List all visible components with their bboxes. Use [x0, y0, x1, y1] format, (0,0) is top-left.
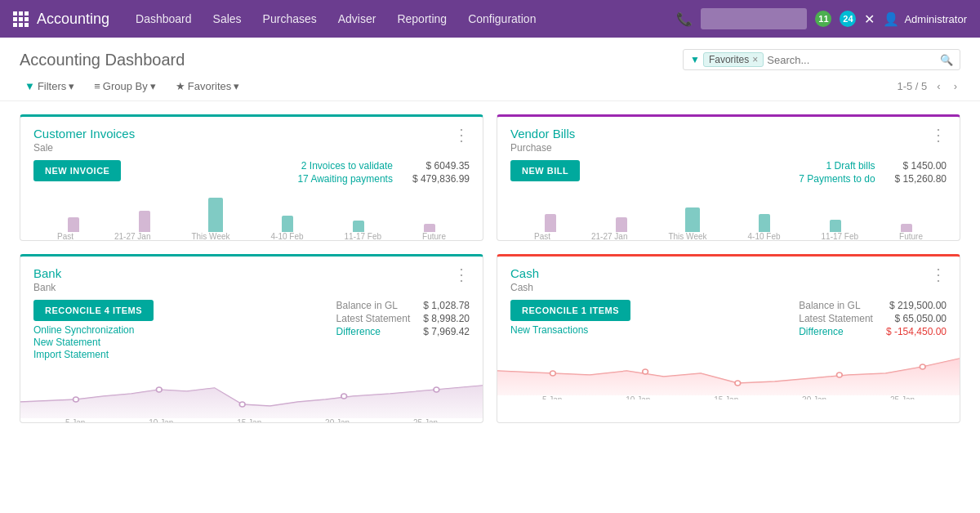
svg-point-8 — [836, 372, 842, 377]
bank-link3[interactable]: Import Statement — [33, 349, 154, 360]
nav-item-reporting[interactable]: Reporting — [387, 9, 457, 29]
customer-invoices-menu[interactable]: ⋮ — [453, 127, 470, 143]
dropdown-arrow: ▾ — [69, 80, 74, 92]
cash-gl-label: Balance in GL — [799, 300, 873, 311]
bank-link1[interactable]: Online Synchronization — [33, 324, 154, 336]
bank-statement-label: Latest Statement — [336, 313, 411, 324]
cash-chart-jan20: 20 Jan — [802, 395, 826, 399]
customer-invoices-card: Customer Invoices Sale ⋮ NEW INVOICE 2 I… — [20, 114, 483, 241]
cash-statement-value: $ 65,050.00 — [886, 313, 947, 324]
bank-link2[interactable]: New Statement — [33, 337, 154, 348]
vendor-bills-title: Vendor Bills — [510, 127, 575, 141]
vendor-stat2-label[interactable]: 7 Payments to do — [799, 173, 875, 185]
filters-button[interactable]: ▼ Filters ▾ — [20, 78, 79, 94]
search-input[interactable] — [767, 54, 940, 66]
cash-statement-label: Latest Statement — [799, 313, 873, 324]
customer-invoices-body: NEW INVOICE 2 Invoices to validate 17 Aw… — [20, 157, 483, 240]
stat1-value: $ 6049.35 — [412, 160, 470, 172]
grid-icon — [13, 11, 29, 27]
bank-diff-label: Difference — [336, 326, 411, 337]
groupby-icon: ≡ — [94, 80, 100, 92]
new-bill-button[interactable]: NEW BILL — [510, 160, 580, 181]
app-name: Accounting — [37, 11, 109, 28]
notification-badge-2[interactable]: 24 — [840, 11, 856, 27]
vendor-chart-label-feb11: 11-17 Feb — [822, 232, 859, 241]
cash-chart-jan5: 5 Jan — [542, 395, 562, 399]
vendor-bills-body: NEW BILL 1 Draft bills 7 Payments to do … — [497, 157, 960, 240]
close-icon[interactable]: ✕ — [864, 11, 875, 27]
bank-chart-jan20: 20 Jan — [325, 418, 350, 422]
svg-point-5 — [550, 371, 556, 376]
card-header-cash: Cash Cash ⋮ — [497, 256, 960, 297]
reconcile-1-item-button[interactable]: RECONCILE 1 ITEMS — [510, 300, 630, 321]
invoices-bar-chart: Past 21-27 Jan This Week 4-10 Feb 11-17 … — [33, 191, 470, 240]
prev-page[interactable]: ‹ — [933, 78, 943, 94]
pagination-info: 1-5 / 5 — [897, 80, 927, 92]
chart-label-thisweek: This Week — [191, 232, 229, 241]
new-invoice-button[interactable]: NEW INVOICE — [33, 160, 121, 181]
nav-item-purchases[interactable]: Purchases — [253, 9, 327, 29]
cash-chart-jan10: 10 Jan — [626, 395, 650, 399]
nav-item-adviser[interactable]: Adviser — [328, 9, 386, 29]
phone-icon[interactable]: 📞 — [676, 11, 693, 27]
favorites-button[interactable]: ★ Favorites ▾ — [171, 78, 244, 94]
toolbar-left: ▼ Filters ▾ ≡ Group By ▾ ★ Favorites ▾ — [20, 78, 244, 94]
notification-badge-1[interactable]: 11 — [815, 11, 831, 27]
bank-body: RECONCILE 4 ITEMS Online Synchronization… — [20, 297, 483, 422]
svg-point-9 — [920, 364, 925, 369]
filters-label: Filters — [38, 80, 66, 92]
user-menu[interactable]: 👤 Administrator — [883, 11, 967, 27]
vendor-stat2-value: $ 15,260.80 — [895, 173, 947, 185]
bank-menu[interactable]: ⋮ — [453, 266, 470, 283]
nav-right: 📞 11 24 ✕ 👤 Administrator — [676, 8, 967, 29]
next-page[interactable]: › — [951, 78, 960, 94]
bank-card: Bank Bank ⋮ RECONCILE 4 ITEMS Online Syn… — [20, 254, 483, 423]
nav-item-sales[interactable]: Sales — [203, 9, 252, 29]
bank-subtitle: Bank — [33, 282, 61, 293]
filter-tag-close[interactable]: × — [752, 54, 758, 65]
cash-title: Cash — [510, 266, 539, 280]
vendor-bills-card: Vendor Bills Purchase ⋮ NEW BILL 1 Draft… — [497, 114, 960, 241]
user-name: Administrator — [904, 13, 967, 25]
content-area: Accounting Dashboard ▼ Favorites × 🔍 ▼ F… — [0, 38, 980, 513]
vendor-bills-subtitle: Purchase — [510, 142, 575, 154]
nav-search-bar[interactable] — [701, 8, 807, 29]
stat1-label[interactable]: 2 Invoices to validate — [297, 160, 393, 172]
bank-title: Bank — [33, 266, 61, 280]
search-area: ▼ Favorites × 🔍 — [683, 49, 960, 70]
vendor-chart-label-feb4: 4-10 Feb — [748, 232, 781, 241]
filter-icon-toolbar: ▼ — [24, 80, 35, 92]
dashboard-grid: Customer Invoices Sale ⋮ NEW INVOICE 2 I… — [0, 101, 980, 436]
favorites-star-icon: ★ — [176, 80, 185, 92]
customer-invoices-title: Customer Invoices — [33, 127, 135, 141]
bank-chart-jan15: 15 Jan — [237, 418, 261, 422]
filter-tag[interactable]: Favorites × — [703, 52, 764, 67]
svg-point-7 — [735, 381, 741, 386]
vendor-bills-menu[interactable]: ⋮ — [930, 127, 947, 143]
nav-item-dashboard[interactable]: Dashboard — [126, 9, 202, 29]
stat2-label[interactable]: 17 Awaiting payments — [297, 173, 393, 185]
vendor-chart-label-past: Past — [534, 232, 550, 241]
card-header-bank: Bank Bank ⋮ — [20, 256, 483, 297]
subheader: Accounting Dashboard ▼ Favorites × 🔍 — [0, 38, 980, 75]
vendor-stat1-label[interactable]: 1 Draft bills — [799, 160, 875, 172]
svg-point-6 — [643, 369, 648, 374]
favorites-label: Favorites — [188, 80, 231, 92]
cash-chart-jan25: 25 Jan — [890, 395, 915, 399]
favorites-arrow: ▾ — [234, 80, 239, 92]
chart-label-jan21: 21-27 Jan — [114, 232, 150, 241]
groupby-label: Group By — [103, 80, 148, 92]
vendor-chart-label-thisweek: This Week — [668, 232, 706, 241]
bank-statement-value: $ 8,998.20 — [423, 313, 470, 324]
reconcile-4-items-button[interactable]: RECONCILE 4 ITEMS — [33, 300, 154, 321]
cash-menu[interactable]: ⋮ — [930, 266, 947, 283]
customer-invoices-subtitle: Sale — [33, 142, 135, 154]
cash-link1[interactable]: New Transactions — [510, 324, 630, 336]
groupby-button[interactable]: ≡ Group By ▾ — [89, 78, 161, 94]
app-logo[interactable]: Accounting — [13, 11, 109, 28]
search-icon[interactable]: 🔍 — [940, 54, 953, 66]
vendor-bar-chart: Past 21-27 Jan This Week 4-10 Feb 11-17 … — [510, 191, 947, 240]
vendor-stat1-value: $ 1450.00 — [895, 160, 947, 172]
nav-item-configuration[interactable]: Configuration — [458, 9, 546, 29]
page-title: Accounting Dashboard — [20, 51, 185, 69]
